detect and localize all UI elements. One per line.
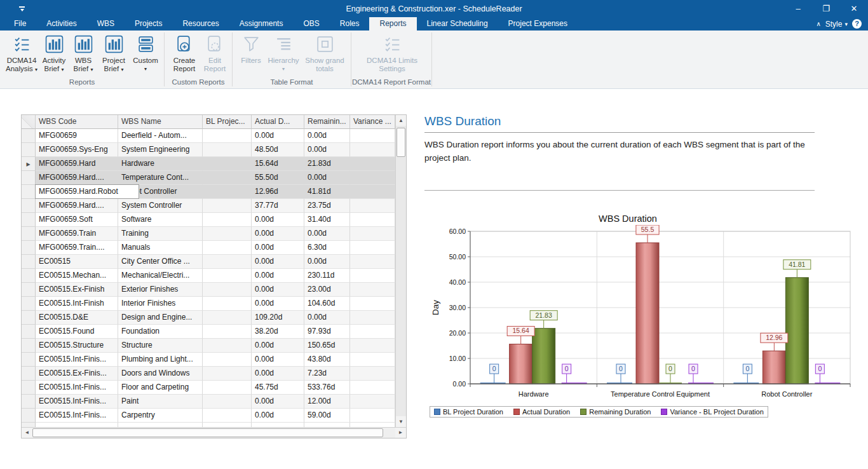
- table-cell[interactable]: [203, 143, 252, 157]
- table-cell[interactable]: [203, 227, 252, 241]
- table-cell[interactable]: EC00515.Int-Finis...: [36, 409, 118, 423]
- tab-wbs[interactable]: WBS: [87, 17, 125, 31]
- row-header[interactable]: [22, 185, 36, 199]
- table-cell[interactable]: [203, 325, 252, 339]
- vertical-scrollbar[interactable]: ▲ ▼: [395, 115, 406, 427]
- table-cell[interactable]: [203, 353, 252, 367]
- table-cell[interactable]: Floor and Carpeting: [118, 381, 203, 395]
- table-cell[interactable]: 0.00d: [252, 297, 304, 311]
- table-cell[interactable]: 15.64d: [252, 157, 304, 171]
- table-row[interactable]: EC00515.Int-Finis...Carpentry0.00d59.00d: [22, 409, 406, 423]
- row-header[interactable]: [22, 129, 36, 143]
- table-cell[interactable]: 41.81d: [304, 185, 350, 199]
- table-cell[interactable]: 23.75d: [304, 199, 350, 213]
- column-header-wbs-code[interactable]: WBS Code: [36, 115, 118, 129]
- table-cell[interactable]: [350, 381, 395, 395]
- tab-obs[interactable]: OBS: [293, 17, 329, 31]
- table-cell[interactable]: 0.00d: [252, 283, 304, 297]
- table-cell[interactable]: MFG00659.Soft: [36, 213, 118, 227]
- table-row[interactable]: EC00515.Int-Finis...Paint0.00d12.00d: [22, 395, 406, 409]
- column-header-remainin[interactable]: Remainin...: [304, 115, 350, 129]
- row-header[interactable]: [22, 199, 36, 213]
- table-cell[interactable]: EC00515: [36, 255, 118, 269]
- table-cell[interactable]: 104.60d: [304, 297, 350, 311]
- custom-button[interactable]: Custom▾: [130, 34, 161, 74]
- table-cell[interactable]: 0.00d: [252, 241, 304, 255]
- table-cell[interactable]: [203, 409, 252, 423]
- tab-assignments[interactable]: Assignments: [229, 17, 294, 31]
- table-cell[interactable]: 0.00d: [304, 143, 350, 157]
- scroll-left-icon[interactable]: ◄: [22, 428, 32, 438]
- table-row[interactable]: MFG00659.Hard....Temperature Cont...55.5…: [22, 171, 406, 185]
- table-cell[interactable]: Plumbing and Light...: [118, 353, 203, 367]
- close-button[interactable]: ✕: [840, 0, 868, 17]
- table-cell[interactable]: 12.00d: [304, 395, 350, 409]
- dcma14-analysis-button[interactable]: DCMA14 Analysis ▾: [4, 34, 39, 75]
- tab-reports[interactable]: Reports: [369, 17, 416, 31]
- table-cell[interactable]: [203, 395, 252, 409]
- show-grand-totals-button[interactable]: Show grand totals: [301, 34, 348, 74]
- table-cell[interactable]: [350, 339, 395, 353]
- row-header[interactable]: [22, 255, 36, 269]
- table-cell[interactable]: EC00515.Structure: [36, 339, 118, 353]
- table-cell[interactable]: 37.77d: [252, 199, 304, 213]
- minimize-button[interactable]: –: [784, 0, 812, 17]
- table-cell[interactable]: 0.00d: [252, 129, 304, 143]
- table-cell[interactable]: 0.00d: [304, 227, 350, 241]
- table-row[interactable]: MFG00659.Train....Manuals0.00d6.30d: [22, 241, 406, 255]
- collapse-ribbon-icon[interactable]: ∧: [816, 20, 820, 27]
- row-header[interactable]: [22, 367, 36, 381]
- horizontal-scroll-thumb[interactable]: [32, 428, 383, 437]
- table-cell[interactable]: 0.00d: [252, 227, 304, 241]
- table-cell[interactable]: [350, 269, 395, 283]
- table-cell[interactable]: Manuals: [118, 241, 203, 255]
- style-menu[interactable]: Style ▾: [825, 20, 848, 29]
- project-brief-button[interactable]: Project Brief ▾: [98, 34, 130, 75]
- table-cell[interactable]: [350, 353, 395, 367]
- table-cell[interactable]: [203, 311, 252, 325]
- row-header[interactable]: ▶: [22, 157, 36, 171]
- table-cell[interactable]: 0.00d: [304, 171, 350, 185]
- table-row[interactable]: MFG00659.Hard....System Controller37.77d…: [22, 199, 406, 213]
- table-cell[interactable]: Design and Engine...: [118, 311, 203, 325]
- horizontal-scrollbar[interactable]: ◄ ►: [22, 427, 406, 438]
- row-header[interactable]: [22, 171, 36, 185]
- tab-file[interactable]: File: [4, 17, 36, 31]
- table-cell[interactable]: [203, 381, 252, 395]
- table-cell[interactable]: [203, 269, 252, 283]
- table-cell[interactable]: 0.00d: [252, 339, 304, 353]
- table-cell[interactable]: [203, 157, 252, 171]
- activity-brief-button[interactable]: Activity Brief ▾: [39, 34, 69, 75]
- column-header-variance[interactable]: Variance ...: [350, 115, 395, 129]
- table-row[interactable]: EC00515.StructureStructure0.00d150.65d: [22, 339, 406, 353]
- table-cell[interactable]: 12.96d: [252, 185, 304, 199]
- table-cell[interactable]: [350, 297, 395, 311]
- table-cell[interactable]: [203, 129, 252, 143]
- table-row[interactable]: MFG00659.SoftSoftware0.00d31.40d: [22, 213, 406, 227]
- table-row[interactable]: EC00515.Int-Finis...Plumbing and Light..…: [22, 353, 406, 367]
- filters-button[interactable]: Filters: [236, 34, 266, 66]
- table-cell[interactable]: 0.00d: [252, 213, 304, 227]
- create-report-button[interactable]: Create Report: [168, 34, 200, 74]
- scroll-right-icon[interactable]: ►: [395, 428, 406, 438]
- table-cell[interactable]: [350, 311, 395, 325]
- table-cell[interactable]: [350, 367, 395, 381]
- table-cell[interactable]: 0.00d: [304, 129, 350, 143]
- edit-report-button[interactable]: Edit Report: [200, 34, 229, 74]
- scroll-down-icon[interactable]: ▼: [396, 416, 406, 427]
- row-header[interactable]: [22, 143, 36, 157]
- table-cell[interactable]: [203, 367, 252, 381]
- table-cell[interactable]: 533.76d: [304, 381, 350, 395]
- table-row[interactable]: EC00515.FoundFoundation38.20d97.93d: [22, 325, 406, 339]
- table-cell[interactable]: 31.40d: [304, 213, 350, 227]
- tab-linear-scheduling[interactable]: Linear Scheduling: [417, 17, 498, 31]
- table-cell[interactable]: 0.00d: [252, 269, 304, 283]
- row-header[interactable]: [22, 325, 36, 339]
- table-cell[interactable]: [203, 339, 252, 353]
- row-header[interactable]: [22, 297, 36, 311]
- table-cell[interactable]: System Engineering: [118, 143, 203, 157]
- table-cell[interactable]: EC00515.Ex-Finis...: [36, 367, 118, 381]
- table-cell[interactable]: MFG00659.Sys-Eng: [36, 143, 118, 157]
- column-header-wbs-name[interactable]: WBS Name: [118, 115, 203, 129]
- table-cell[interactable]: [350, 129, 395, 143]
